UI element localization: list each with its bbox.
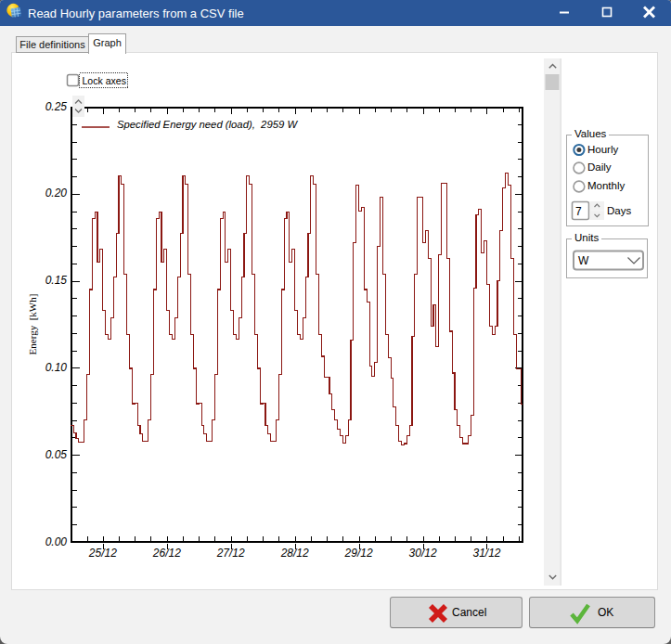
svg-text:W: W xyxy=(578,254,589,267)
svg-text:Lock axes: Lock axes xyxy=(83,75,127,86)
svg-text:0.10: 0.10 xyxy=(45,361,68,374)
svg-text:Specified Energy need (load),: Specified Energy need (load), 2959 W xyxy=(117,119,298,130)
svg-text:29/12: 29/12 xyxy=(344,547,373,560)
svg-text:0.20: 0.20 xyxy=(45,187,68,200)
svg-text:0.25: 0.25 xyxy=(45,100,68,113)
svg-text:0.15: 0.15 xyxy=(45,274,68,287)
svg-text:26/12: 26/12 xyxy=(152,547,181,560)
svg-text:27/12: 27/12 xyxy=(216,547,245,560)
svg-text:25/12: 25/12 xyxy=(88,547,117,560)
svg-text:31/12: 31/12 xyxy=(472,547,500,560)
svg-text:28/12: 28/12 xyxy=(280,547,309,560)
svg-text:0.05: 0.05 xyxy=(45,448,68,461)
svg-text:7: 7 xyxy=(575,205,582,218)
svg-text:0.00: 0.00 xyxy=(45,535,68,548)
svg-text:Energy [kWh]: Energy [kWh] xyxy=(27,294,38,355)
svg-text:30/12: 30/12 xyxy=(409,547,437,560)
